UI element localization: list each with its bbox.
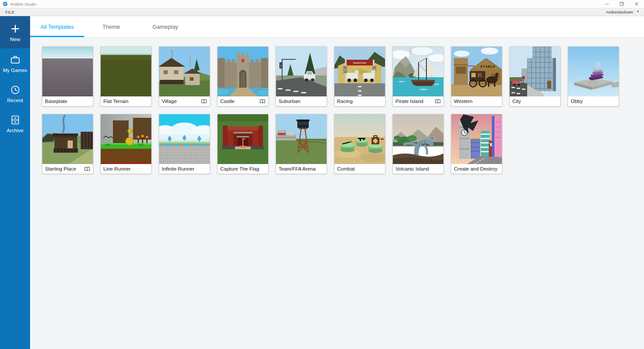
template-card-team-ffa-arena[interactable]: Team/FFA Arena bbox=[276, 114, 327, 174]
template-thumbnail-racing: Start/Finish bbox=[334, 47, 385, 96]
template-card-obby[interactable]: Obby bbox=[568, 46, 619, 106]
template-name: Infinite Runner bbox=[162, 166, 194, 171]
tab-gameplay[interactable]: Gameplay bbox=[138, 16, 192, 37]
briefcase-icon bbox=[10, 54, 21, 65]
template-card-city[interactable]: City bbox=[509, 46, 561, 106]
template-label: Line Runner bbox=[101, 164, 151, 174]
tab-all-templates[interactable]: All Templates bbox=[30, 16, 84, 37]
template-thumbnail-obby bbox=[568, 47, 619, 96]
template-name: Create and Destroy bbox=[454, 166, 497, 171]
account-menu[interactable]: Andresitodown ▼ bbox=[606, 10, 640, 14]
template-thumbnail-create-and-destroy bbox=[451, 114, 502, 164]
template-label: Volcanic Island bbox=[393, 164, 443, 174]
sidebar-item-recent[interactable]: Recent bbox=[0, 79, 30, 109]
template-thumbnail-baseplate bbox=[42, 47, 93, 96]
template-name: Flat Terrain bbox=[103, 99, 128, 104]
template-label: Create and Destroy bbox=[451, 164, 502, 174]
template-label: Pirate Island bbox=[393, 96, 443, 106]
template-grid: BaseplateFlat TerrainVillageCastleSuburb… bbox=[42, 46, 630, 181]
tutorial-book-icon bbox=[201, 99, 207, 104]
sidebar-item-label: My Games bbox=[3, 68, 27, 73]
sidebar-item-new[interactable]: New bbox=[0, 16, 30, 48]
template-card-castle[interactable]: Castle bbox=[217, 46, 269, 106]
file-menu[interactable]: FILE bbox=[5, 10, 14, 14]
sidebar-item-my-games[interactable]: My Games bbox=[0, 48, 30, 79]
template-name: Castle bbox=[220, 99, 235, 104]
sidebar-item-archive[interactable]: Archive bbox=[0, 109, 30, 139]
template-label: Suburban bbox=[276, 96, 327, 106]
template-label: Western bbox=[451, 96, 502, 106]
template-label: Baseplate bbox=[42, 96, 93, 106]
template-card-starting-place[interactable]: Starting Place bbox=[42, 114, 93, 174]
template-card-suburban[interactable]: Suburban bbox=[276, 46, 327, 106]
template-label: Capture The Flag bbox=[218, 164, 268, 174]
template-label: Obby bbox=[568, 96, 619, 106]
template-thumbnail-combat bbox=[334, 114, 385, 164]
template-card-create-and-destroy[interactable]: Create and Destroy bbox=[451, 114, 502, 174]
template-label: Flat Terrain bbox=[101, 96, 151, 106]
template-name: Team/FFA Arena bbox=[279, 166, 316, 171]
template-card-combat[interactable]: Combat bbox=[334, 114, 385, 174]
template-card-western[interactable]: STABLEWestern bbox=[451, 46, 502, 106]
roblox-studio-logo-icon bbox=[3, 1, 8, 7]
template-card-line-runner[interactable]: Line Runner bbox=[100, 114, 152, 174]
app-body: New My Games Recent Archive All Template… bbox=[0, 16, 644, 349]
template-name: Baseplate bbox=[45, 99, 67, 104]
template-card-baseplate[interactable]: Baseplate bbox=[42, 46, 93, 106]
templates-content: BaseplateFlat TerrainVillageCastleSuburb… bbox=[30, 38, 644, 349]
template-name: Volcanic Island bbox=[395, 166, 429, 171]
template-label: Racing bbox=[334, 96, 385, 106]
template-thumbnail-capture-the-flag bbox=[218, 114, 268, 164]
template-name: Obby bbox=[571, 99, 583, 104]
menu-bar: FILE Andresitodown ▼ bbox=[0, 8, 644, 16]
template-label: Village bbox=[159, 96, 210, 106]
template-card-village[interactable]: Village bbox=[159, 46, 210, 106]
template-label: Starting Place bbox=[42, 164, 93, 174]
sidebar-item-label: Recent bbox=[7, 98, 23, 103]
template-thumbnail-pirate-island bbox=[393, 47, 443, 96]
template-card-racing[interactable]: Start/FinishRacing bbox=[334, 46, 385, 106]
template-label: Combat bbox=[334, 164, 385, 174]
sidebar-item-label: Archive bbox=[7, 128, 23, 133]
minimize-button[interactable] bbox=[600, 0, 614, 8]
template-name: Line Runner bbox=[103, 166, 131, 171]
template-thumbnail-castle bbox=[218, 47, 268, 96]
template-card-volcanic-island[interactable]: Volcanic Island bbox=[392, 114, 444, 174]
sidebar: New My Games Recent Archive bbox=[0, 16, 30, 349]
template-thumbnail-volcanic-island bbox=[393, 114, 443, 164]
window-title: Roblox Studio bbox=[10, 2, 600, 7]
template-thumbnail-suburban bbox=[276, 47, 327, 96]
close-button[interactable] bbox=[629, 0, 644, 8]
roblox-studio-window: { "window": { "title": "Roblox Studio", … bbox=[0, 0, 644, 349]
tab-theme[interactable]: Theme bbox=[84, 16, 138, 37]
template-thumbnail-team-ffa-arena bbox=[276, 114, 327, 164]
template-thumbnail-starting-place bbox=[42, 114, 93, 164]
template-name: Suburban bbox=[279, 99, 300, 104]
template-name: Western bbox=[454, 99, 473, 104]
tutorial-book-icon bbox=[435, 99, 441, 104]
restore-button[interactable] bbox=[614, 0, 629, 8]
template-thumbnail-western: STABLE bbox=[451, 47, 502, 96]
template-label: Castle bbox=[218, 96, 268, 106]
template-thumbnail-flat-terrain bbox=[101, 47, 151, 96]
template-thumbnail-city bbox=[510, 47, 560, 96]
template-thumbnail-line-runner bbox=[101, 114, 151, 164]
template-label: Infinite Runner bbox=[159, 164, 210, 174]
plus-icon bbox=[10, 23, 21, 34]
tutorial-book-icon bbox=[84, 167, 90, 171]
tab-bar: All Templates Theme Gameplay bbox=[30, 16, 644, 38]
username: Andresitodown bbox=[606, 10, 633, 14]
template-label: Team/FFA Arena bbox=[276, 164, 327, 174]
template-name: Capture The Flag bbox=[220, 166, 259, 171]
template-card-capture-the-flag[interactable]: Capture The Flag bbox=[217, 114, 269, 174]
template-name: Starting Place bbox=[45, 166, 76, 171]
template-name: City bbox=[512, 99, 521, 104]
template-card-flat-terrain[interactable]: Flat Terrain bbox=[100, 46, 152, 106]
clock-icon bbox=[10, 84, 21, 96]
template-name: Racing bbox=[337, 99, 353, 104]
template-card-pirate-island[interactable]: Pirate Island bbox=[392, 46, 444, 106]
template-card-infinite-runner[interactable]: Infinite Runner bbox=[159, 114, 210, 174]
svg-text:Start/Finish: Start/Finish bbox=[353, 62, 366, 64]
template-label: City bbox=[510, 96, 560, 106]
template-thumbnail-infinite-runner bbox=[159, 114, 210, 164]
